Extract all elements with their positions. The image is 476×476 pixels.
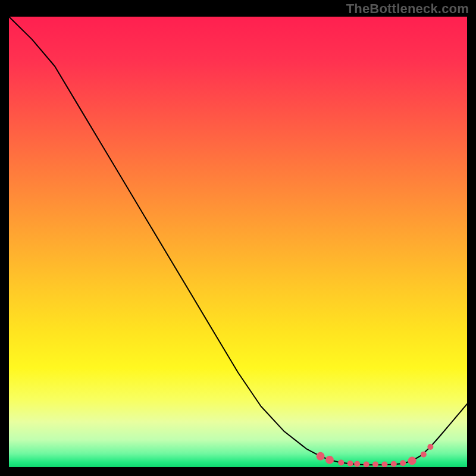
data-marker [391, 461, 397, 467]
data-marker [400, 460, 406, 466]
data-marker [408, 456, 416, 465]
data-marker [325, 456, 334, 464]
attribution-text: TheBottleneck.com [346, 1, 469, 17]
data-marker [381, 461, 387, 467]
chart-frame: TheBottleneck.com [0, 0, 476, 476]
data-marker [421, 452, 427, 458]
data-marker [364, 461, 369, 467]
data-marker [427, 444, 433, 450]
gradient-background [9, 17, 467, 467]
data-marker [317, 452, 325, 461]
data-marker [354, 461, 360, 467]
data-marker [372, 461, 378, 467]
data-marker [347, 461, 353, 466]
chart-svg [9, 17, 467, 467]
plot-area [9, 17, 467, 467]
data-marker [338, 459, 344, 465]
